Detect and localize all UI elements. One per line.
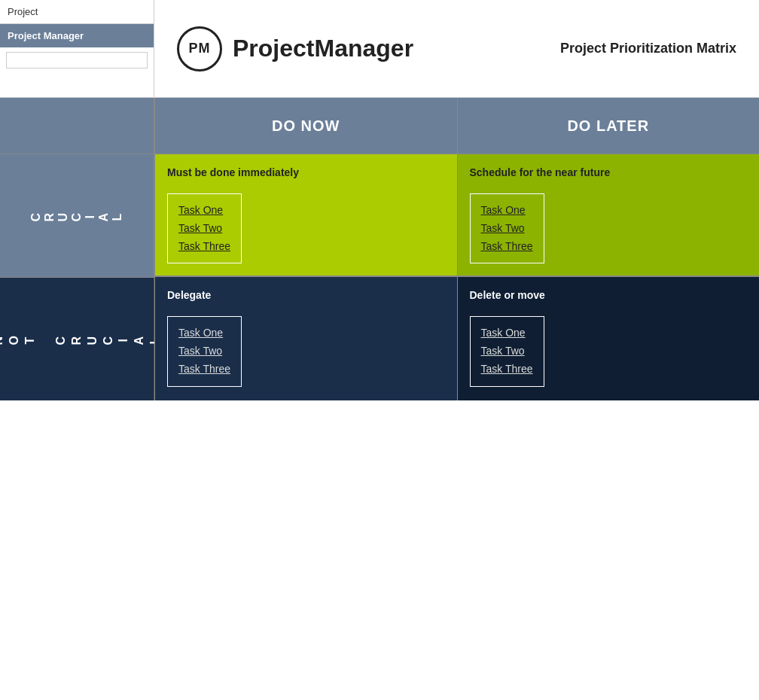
q2-task-2: Task Two — [481, 220, 533, 238]
q2-label: Schedule for the near future — [470, 166, 748, 178]
sidebar-spacer — [0, 98, 154, 154]
quadrant-do-now-crucial: Must be done immediately Task One Task T… — [154, 154, 457, 277]
q4-label: Delete or move — [470, 289, 748, 301]
quadrant-do-later-crucial: Schedule for the near future Task One Ta… — [457, 154, 760, 277]
page-title: Project Prioritization Matrix — [560, 41, 736, 56]
q3-task-3: Task Three — [178, 361, 230, 379]
header-right: PM ProjectManager Project Prioritization… — [154, 0, 759, 97]
top-bar: Project Project Manager PM ProjectManage… — [0, 0, 759, 98]
q2-task-1: Task One — [481, 202, 533, 220]
q1-label: Must be done immediately — [167, 166, 445, 178]
quadrant-delete: Delete or move Task One Task Two Task Th… — [457, 277, 760, 400]
q1-task-3: Task Three — [178, 238, 230, 256]
pm-logo-circle: PM — [177, 26, 222, 72]
q1-task-2: Task Two — [178, 220, 230, 238]
q2-task-box: Task One Task Two Task Three — [470, 193, 544, 263]
logo-text: ProjectManager — [233, 35, 413, 62]
q4-task-box: Task One Task Two Task Three — [470, 316, 544, 386]
col-header-do-now: DO NOW — [154, 98, 457, 154]
crucial-label: CRUCIAL — [29, 210, 124, 222]
sidebar-crucial: CRUCIAL — [0, 154, 154, 278]
q3-task-2: Task Two — [178, 342, 230, 361]
quadrant-delegate: Delegate Task One Task Two Task Three — [154, 277, 457, 400]
matrix-container: CRUCIAL NOTCRUCIAL DO NOW DO LATER Must … — [0, 98, 759, 400]
q1-task-1: Task One — [178, 202, 230, 220]
q2-task-3: Task Three — [481, 238, 533, 256]
q4-task-1: Task One — [481, 324, 533, 342]
col-header-do-later: DO LATER — [457, 98, 760, 154]
sidebar-not-crucial: NOTCRUCIAL — [0, 278, 154, 400]
sidebar-top: Project Project Manager — [0, 0, 154, 97]
logo-area: PM ProjectManager — [177, 26, 413, 72]
q1-task-box: Task One Task Two Task Three — [167, 193, 242, 263]
project-manager-label: Project Manager — [0, 24, 154, 47]
q4-task-2: Task Two — [481, 342, 533, 361]
matrix-sidebar: CRUCIAL NOTCRUCIAL — [0, 98, 154, 400]
project-label: Project — [0, 0, 154, 24]
pm-input[interactable] — [6, 52, 148, 68]
not-crucial-label: NOTCRUCIAL — [0, 333, 163, 345]
q4-task-3: Task Three — [481, 361, 533, 379]
q3-task-1: Task One — [178, 324, 230, 342]
matrix-grid: DO NOW DO LATER Must be done immediately… — [154, 98, 759, 400]
q3-task-box: Task One Task Two Task Three — [167, 316, 242, 386]
q3-label: Delegate — [167, 289, 445, 301]
